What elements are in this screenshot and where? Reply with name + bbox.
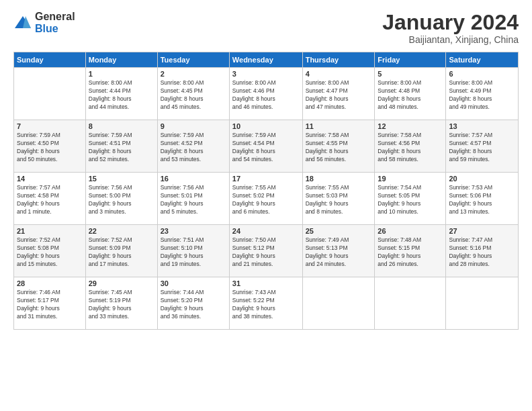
day-info: Sunrise: 7:47 AM Sunset: 5:16 PM Dayligh… bbox=[449, 236, 515, 269]
month-title: January 2024 bbox=[382, 11, 519, 34]
day-number: 20 bbox=[449, 175, 515, 183]
day-number: 1 bbox=[89, 70, 154, 78]
logo: General Blue bbox=[13, 11, 75, 34]
day-cell: 20Sunrise: 7:53 AM Sunset: 5:06 PM Dayli… bbox=[446, 173, 519, 225]
day-cell: 11Sunrise: 7:58 AM Sunset: 4:55 PM Dayli… bbox=[302, 120, 375, 173]
day-cell: 9Sunrise: 7:59 AM Sunset: 4:52 PM Daylig… bbox=[157, 120, 229, 173]
day-info: Sunrise: 7:52 AM Sunset: 5:09 PM Dayligh… bbox=[89, 236, 154, 269]
day-number: 17 bbox=[232, 175, 300, 183]
day-cell: 24Sunrise: 7:50 AM Sunset: 5:12 PM Dayli… bbox=[229, 225, 302, 277]
day-info: Sunrise: 8:00 AM Sunset: 4:46 PM Dayligh… bbox=[232, 79, 300, 111]
day-number: 9 bbox=[161, 122, 226, 130]
day-cell: 17Sunrise: 7:55 AM Sunset: 5:02 PM Dayli… bbox=[229, 173, 302, 225]
week-row-0: 1Sunrise: 8:00 AM Sunset: 4:44 PM Daylig… bbox=[14, 68, 519, 120]
day-cell: 29Sunrise: 7:45 AM Sunset: 5:19 PM Dayli… bbox=[85, 277, 157, 330]
day-info: Sunrise: 7:55 AM Sunset: 5:03 PM Dayligh… bbox=[306, 184, 372, 216]
day-info: Sunrise: 7:59 AM Sunset: 4:50 PM Dayligh… bbox=[17, 132, 83, 164]
header: General Blue January 2024 Baijiantan, Xi… bbox=[13, 11, 519, 45]
week-row-1: 7Sunrise: 7:59 AM Sunset: 4:50 PM Daylig… bbox=[14, 120, 519, 173]
day-cell bbox=[14, 68, 86, 120]
day-info: Sunrise: 7:59 AM Sunset: 4:52 PM Dayligh… bbox=[161, 132, 226, 164]
day-number: 18 bbox=[306, 175, 372, 183]
calendar-page: General Blue January 2024 Baijiantan, Xi… bbox=[0, 0, 532, 411]
day-number: 12 bbox=[378, 122, 443, 130]
day-number: 29 bbox=[89, 279, 154, 287]
header-cell-saturday: Saturday bbox=[446, 52, 519, 68]
day-number: 26 bbox=[378, 227, 443, 235]
logo-icon bbox=[13, 13, 32, 32]
day-number: 22 bbox=[89, 227, 154, 235]
day-number: 25 bbox=[306, 227, 372, 235]
day-cell: 5Sunrise: 8:00 AM Sunset: 4:48 PM Daylig… bbox=[375, 68, 446, 120]
day-cell: 13Sunrise: 7:57 AM Sunset: 4:57 PM Dayli… bbox=[446, 120, 519, 173]
day-cell: 22Sunrise: 7:52 AM Sunset: 5:09 PM Dayli… bbox=[85, 225, 157, 277]
day-number: 27 bbox=[449, 227, 515, 235]
day-info: Sunrise: 8:00 AM Sunset: 4:48 PM Dayligh… bbox=[378, 79, 443, 111]
day-cell: 15Sunrise: 7:56 AM Sunset: 5:00 PM Dayli… bbox=[85, 173, 157, 225]
week-row-4: 28Sunrise: 7:46 AM Sunset: 5:17 PM Dayli… bbox=[14, 277, 519, 330]
day-number: 15 bbox=[89, 175, 154, 183]
day-cell: 6Sunrise: 8:00 AM Sunset: 4:49 PM Daylig… bbox=[446, 68, 519, 120]
day-info: Sunrise: 7:46 AM Sunset: 5:17 PM Dayligh… bbox=[17, 289, 83, 321]
day-number: 6 bbox=[449, 70, 515, 78]
day-number: 8 bbox=[89, 122, 154, 130]
calendar-table: SundayMondayTuesdayWednesdayThursdayFrid… bbox=[13, 52, 519, 330]
day-cell: 19Sunrise: 7:54 AM Sunset: 5:05 PM Dayli… bbox=[375, 173, 446, 225]
day-number: 31 bbox=[232, 279, 300, 287]
day-number: 30 bbox=[161, 279, 226, 287]
day-info: Sunrise: 7:58 AM Sunset: 4:55 PM Dayligh… bbox=[306, 132, 372, 164]
day-cell: 14Sunrise: 7:57 AM Sunset: 4:58 PM Dayli… bbox=[14, 173, 86, 225]
day-number: 24 bbox=[232, 227, 300, 235]
day-cell: 7Sunrise: 7:59 AM Sunset: 4:50 PM Daylig… bbox=[14, 120, 86, 173]
day-cell: 16Sunrise: 7:56 AM Sunset: 5:01 PM Dayli… bbox=[157, 173, 229, 225]
day-cell: 30Sunrise: 7:44 AM Sunset: 5:20 PM Dayli… bbox=[157, 277, 229, 330]
day-info: Sunrise: 7:48 AM Sunset: 5:15 PM Dayligh… bbox=[378, 236, 443, 269]
day-info: Sunrise: 7:49 AM Sunset: 5:13 PM Dayligh… bbox=[306, 236, 372, 269]
day-info: Sunrise: 8:00 AM Sunset: 4:45 PM Dayligh… bbox=[161, 79, 226, 111]
day-info: Sunrise: 8:00 AM Sunset: 4:44 PM Dayligh… bbox=[89, 79, 154, 111]
day-info: Sunrise: 7:43 AM Sunset: 5:22 PM Dayligh… bbox=[232, 289, 300, 321]
day-cell: 2Sunrise: 8:00 AM Sunset: 4:45 PM Daylig… bbox=[157, 68, 229, 120]
day-cell: 21Sunrise: 7:52 AM Sunset: 5:08 PM Dayli… bbox=[14, 225, 86, 277]
day-info: Sunrise: 7:55 AM Sunset: 5:02 PM Dayligh… bbox=[232, 184, 300, 216]
day-info: Sunrise: 7:57 AM Sunset: 4:58 PM Dayligh… bbox=[17, 184, 83, 216]
header-cell-thursday: Thursday bbox=[302, 52, 375, 68]
day-info: Sunrise: 7:44 AM Sunset: 5:20 PM Dayligh… bbox=[161, 289, 226, 321]
title-block: January 2024 Baijiantan, Xinjiang, China bbox=[382, 11, 519, 45]
location-subtitle: Baijiantan, Xinjiang, China bbox=[382, 34, 519, 45]
day-info: Sunrise: 7:58 AM Sunset: 4:56 PM Dayligh… bbox=[378, 132, 443, 164]
day-cell: 28Sunrise: 7:46 AM Sunset: 5:17 PM Dayli… bbox=[14, 277, 86, 330]
day-cell: 10Sunrise: 7:59 AM Sunset: 4:54 PM Dayli… bbox=[229, 120, 302, 173]
day-number: 19 bbox=[378, 175, 443, 183]
header-cell-friday: Friday bbox=[375, 52, 446, 68]
day-cell: 27Sunrise: 7:47 AM Sunset: 5:16 PM Dayli… bbox=[446, 225, 519, 277]
day-number: 23 bbox=[161, 227, 226, 235]
day-info: Sunrise: 7:59 AM Sunset: 4:54 PM Dayligh… bbox=[232, 132, 300, 164]
day-number: 13 bbox=[449, 122, 515, 130]
day-cell: 4Sunrise: 8:00 AM Sunset: 4:47 PM Daylig… bbox=[302, 68, 375, 120]
day-cell: 23Sunrise: 7:51 AM Sunset: 5:10 PM Dayli… bbox=[157, 225, 229, 277]
day-number: 10 bbox=[232, 122, 300, 130]
day-number: 11 bbox=[306, 122, 372, 130]
logo-text: General Blue bbox=[35, 11, 75, 34]
day-info: Sunrise: 7:59 AM Sunset: 4:51 PM Dayligh… bbox=[89, 132, 154, 164]
day-info: Sunrise: 7:53 AM Sunset: 5:06 PM Dayligh… bbox=[449, 184, 515, 216]
day-info: Sunrise: 7:54 AM Sunset: 5:05 PM Dayligh… bbox=[378, 184, 443, 216]
day-cell bbox=[446, 277, 519, 330]
day-cell: 8Sunrise: 7:59 AM Sunset: 4:51 PM Daylig… bbox=[85, 120, 157, 173]
day-number: 5 bbox=[378, 70, 443, 78]
day-number: 16 bbox=[161, 175, 226, 183]
header-cell-monday: Monday bbox=[85, 52, 157, 68]
week-row-2: 14Sunrise: 7:57 AM Sunset: 4:58 PM Dayli… bbox=[14, 173, 519, 225]
header-cell-sunday: Sunday bbox=[14, 52, 86, 68]
day-cell: 18Sunrise: 7:55 AM Sunset: 5:03 PM Dayli… bbox=[302, 173, 375, 225]
header-cell-wednesday: Wednesday bbox=[229, 52, 302, 68]
day-cell: 12Sunrise: 7:58 AM Sunset: 4:56 PM Dayli… bbox=[375, 120, 446, 173]
day-number: 7 bbox=[17, 122, 83, 130]
day-info: Sunrise: 7:45 AM Sunset: 5:19 PM Dayligh… bbox=[89, 289, 154, 321]
week-row-3: 21Sunrise: 7:52 AM Sunset: 5:08 PM Dayli… bbox=[14, 225, 519, 277]
day-cell: 25Sunrise: 7:49 AM Sunset: 5:13 PM Dayli… bbox=[302, 225, 375, 277]
day-info: Sunrise: 7:57 AM Sunset: 4:57 PM Dayligh… bbox=[449, 132, 515, 164]
day-number: 3 bbox=[232, 70, 300, 78]
day-number: 14 bbox=[17, 175, 83, 183]
